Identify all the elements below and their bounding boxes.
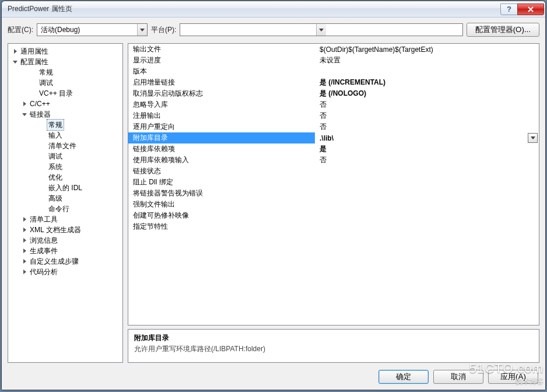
property-value[interactable]: $(OutDir)$(TargetName)$(TargetExt)	[315, 44, 539, 55]
property-value[interactable]: 否	[315, 121, 539, 132]
config-toolbar: 配置(C): 活动(Debug) 平台(P): 活动(x64) 配置管理器(O)…	[2, 21, 545, 38]
property-row[interactable]: 链接状态	[128, 166, 539, 177]
ok-button[interactable]: 确定	[378, 370, 429, 384]
nav-tree[interactable]: 通用属性 配置属性 常规 调试 VC++ 目录 C/C++ 链接器 常规 输入 …	[8, 43, 123, 363]
property-row[interactable]: 附加库目录.\lib\	[128, 132, 539, 144]
tree-node-manifest-tool[interactable]: 清单工具	[8, 214, 122, 225]
tree-node-config[interactable]: 配置属性	[8, 57, 122, 67]
tree-node-linker-cmdline[interactable]: 命令行	[8, 204, 122, 214]
property-row[interactable]: 启用增量链接是 (/INCREMENTAL)	[128, 77, 539, 88]
tree-node-linker-advanced[interactable]: 高级	[8, 193, 122, 204]
property-value[interactable]: 否	[315, 155, 539, 166]
property-row[interactable]: 逐用户重定向否	[128, 121, 539, 132]
dialog-footer: 确定 取消 应用(A)	[2, 366, 545, 390]
property-value[interactable]: .\lib\	[315, 132, 539, 144]
tree-node-linker[interactable]: 链接器	[8, 109, 122, 120]
expand-icon	[23, 228, 26, 232]
tree-node-linker-optimize[interactable]: 优化	[8, 172, 122, 183]
tree-node-ccpp[interactable]: C/C++	[8, 99, 122, 109]
collapse-icon	[22, 113, 27, 116]
property-value[interactable]	[315, 177, 539, 188]
property-row[interactable]: 取消显示启动版权标志是 (/NOLOGO)	[128, 88, 539, 99]
window-buttons: ?	[501, 4, 544, 15]
property-value[interactable]: 未设置	[315, 55, 539, 66]
tree-node-xmlgen[interactable]: XML 文档生成器	[8, 225, 122, 235]
property-grid[interactable]: 输出文件$(OutDir)$(TargetName)$(TargetExt)显示…	[128, 43, 539, 326]
tree-node-general[interactable]: 常规	[8, 67, 122, 78]
tree-node-vcdir[interactable]: VC++ 目录	[8, 88, 122, 99]
tree-node-linker-system[interactable]: 系统	[8, 162, 122, 172]
config-value: 活动(Debug)	[37, 25, 137, 35]
platform-label: 平台(P):	[151, 25, 176, 35]
property-row[interactable]: 显示进度未设置	[128, 55, 539, 66]
property-row[interactable]: 将链接器警告视为错误	[128, 188, 539, 199]
close-button[interactable]	[517, 4, 544, 15]
property-value[interactable]: 否	[315, 110, 539, 121]
tree-node-build-events[interactable]: 生成事件	[8, 246, 122, 256]
property-value[interactable]: 是	[315, 144, 539, 155]
property-name: 阻止 Dll 绑定	[128, 177, 315, 188]
property-name: 取消显示启动版权标志	[128, 88, 315, 99]
property-row[interactable]: 忽略导入库否	[128, 99, 539, 110]
apply-button[interactable]: 应用(A)	[488, 370, 538, 384]
property-value[interactable]	[315, 66, 539, 77]
property-value[interactable]	[315, 210, 539, 221]
expand-icon	[23, 249, 26, 253]
property-row[interactable]: 使用库依赖项输入否	[128, 155, 539, 166]
property-name: 链接状态	[128, 166, 315, 177]
tree-node-debug[interactable]: 调试	[8, 78, 122, 88]
property-name: 使用库依赖项输入	[128, 155, 315, 166]
dialog-body: 通用属性 配置属性 常规 调试 VC++ 目录 C/C++ 链接器 常规 输入 …	[2, 38, 545, 366]
tree-node-linker-general[interactable]: 常规	[8, 120, 122, 130]
cancel-button[interactable]: 取消	[433, 370, 483, 384]
property-name: 附加库目录	[128, 132, 315, 144]
tree-node-browse[interactable]: 浏览信息	[8, 235, 122, 246]
property-name: 指定节特性	[128, 221, 315, 232]
tree-node-common[interactable]: 通用属性	[8, 46, 122, 57]
property-row[interactable]: 版本	[128, 66, 539, 77]
property-value[interactable]	[315, 166, 539, 177]
property-row[interactable]: 指定节特性	[128, 221, 539, 232]
property-name: 注册输出	[128, 110, 315, 121]
platform-combo[interactable]: 活动(x64)	[180, 23, 462, 36]
property-row[interactable]: 强制文件输出	[128, 199, 539, 210]
tree-node-code-analysis[interactable]: 代码分析	[8, 267, 122, 277]
property-row[interactable]: 阻止 Dll 绑定	[128, 177, 539, 188]
property-value[interactable]: 是 (/NOLOGO)	[315, 88, 539, 99]
tree-node-custom-build[interactable]: 自定义生成步骤	[8, 256, 122, 267]
expand-icon	[23, 259, 26, 264]
dropdown-button[interactable]	[528, 133, 538, 143]
config-label: 配置(C):	[8, 25, 33, 35]
property-row[interactable]: 输出文件$(OutDir)$(TargetName)$(TargetExt)	[128, 44, 539, 55]
property-row[interactable]: 创建可热修补映像	[128, 210, 539, 221]
property-value[interactable]	[315, 188, 539, 199]
property-value[interactable]: 是 (/INCREMENTAL)	[315, 77, 539, 88]
property-name: 忽略导入库	[128, 99, 315, 110]
description-body: 允许用户重写环境库路径(/LIBPATH:folder)	[134, 344, 533, 354]
property-row[interactable]: 链接库依赖项是	[128, 144, 539, 155]
tree-node-linker-manifest[interactable]: 清单文件	[8, 141, 122, 151]
close-icon	[527, 6, 534, 12]
property-row[interactable]: 注册输出否	[128, 110, 539, 121]
tree-node-linker-idl[interactable]: 嵌入的 IDL	[8, 183, 122, 193]
chevron-down-icon	[316, 24, 326, 36]
tree-node-linker-debug[interactable]: 调试	[8, 151, 122, 162]
property-name: 输出文件	[128, 44, 315, 55]
config-manager-button[interactable]: 配置管理器(O)...	[467, 23, 539, 37]
property-value[interactable]	[315, 221, 539, 232]
property-name: 强制文件输出	[128, 199, 315, 210]
property-value[interactable]: 否	[315, 99, 539, 110]
description-title: 附加库目录	[134, 333, 533, 343]
dialog-window: PredictPower 属性页 ? 配置(C): 活动(Debug) 平台(P…	[1, 1, 546, 390]
help-icon: ?	[507, 5, 511, 13]
expand-icon	[14, 49, 17, 54]
collapse-icon	[13, 61, 17, 64]
property-value[interactable]	[315, 199, 539, 210]
titlebar[interactable]: PredictPower 属性页 ?	[2, 1, 545, 18]
help-button[interactable]: ?	[500, 4, 518, 15]
tree-node-linker-input[interactable]: 输入	[8, 130, 122, 141]
chevron-down-icon	[137, 24, 147, 36]
property-name: 将链接器警告视为错误	[128, 188, 315, 199]
config-combo[interactable]: 活动(Debug)	[37, 23, 148, 36]
chevron-down-icon	[531, 136, 535, 139]
